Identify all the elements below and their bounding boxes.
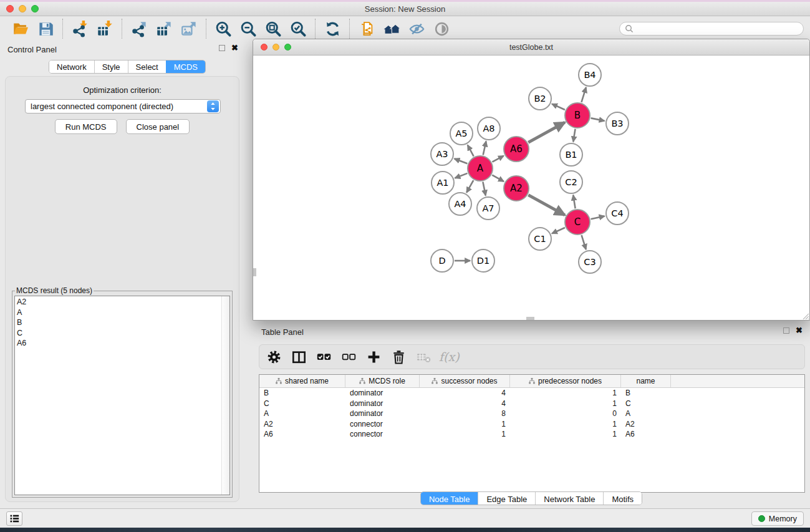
- show-details-icon[interactable]: [432, 19, 451, 38]
- edge-A6-B[interactable]: [528, 122, 565, 142]
- hide-details-icon[interactable]: [407, 19, 427, 38]
- cell-name[interactable]: C: [621, 399, 671, 408]
- cell-predecessor-nodes[interactable]: 1: [510, 420, 621, 428]
- node-A5[interactable]: A5: [450, 122, 473, 145]
- edge-B-B4[interactable]: [581, 87, 586, 102]
- mcds-result-list[interactable]: A2ABCA6: [14, 296, 230, 495]
- edge-A-A1[interactable]: [455, 173, 468, 178]
- column-header-predecessor-nodes[interactable]: predecessor nodes: [510, 375, 621, 387]
- cell-successor-nodes[interactable]: 4: [420, 389, 510, 397]
- cell-predecessor-nodes[interactable]: 1: [510, 399, 621, 408]
- cell-name[interactable]: B: [621, 389, 671, 397]
- search-input[interactable]: [636, 24, 798, 33]
- node-A8[interactable]: A8: [478, 117, 500, 140]
- node-C4[interactable]: C4: [606, 202, 629, 225]
- edge-A-A7[interactable]: [483, 182, 485, 196]
- cell-predecessor-nodes[interactable]: 1: [510, 389, 621, 397]
- export-image-icon[interactable]: [179, 19, 199, 38]
- split-columns-icon[interactable]: [289, 347, 308, 366]
- home-views-icon[interactable]: [382, 19, 402, 38]
- node-table[interactable]: shared nameMCDS rolesuccessor nodesprede…: [259, 374, 805, 493]
- mcds-result-item[interactable]: B: [17, 317, 219, 328]
- node-B[interactable]: B: [565, 103, 590, 128]
- add-column-icon[interactable]: [364, 347, 383, 366]
- edge-B-B2[interactable]: [552, 104, 565, 110]
- mcds-result-item[interactable]: A: [17, 307, 219, 318]
- edge-B-B1[interactable]: [573, 129, 575, 142]
- optimization-criterion-select[interactable]: largest connected component (directed): [25, 99, 221, 114]
- tab-network[interactable]: Network: [49, 60, 94, 73]
- edge-C-C4[interactable]: [591, 216, 604, 219]
- run-mcds-button[interactable]: Run MCDS: [55, 119, 117, 134]
- task-history-button[interactable]: [6, 511, 22, 526]
- import-table-icon[interactable]: [95, 19, 115, 38]
- edge-A-A6[interactable]: [492, 156, 503, 162]
- edge-C-C1[interactable]: [552, 228, 565, 233]
- settings-gear-icon[interactable]: [264, 347, 283, 366]
- cell-shared-name[interactable]: A6: [259, 430, 345, 438]
- tab-select[interactable]: Select: [128, 60, 166, 73]
- tab-style[interactable]: Style: [94, 60, 128, 73]
- close-table-panel-icon[interactable]: ✖: [796, 327, 803, 334]
- open-session-icon[interactable]: [11, 19, 31, 38]
- node-A[interactable]: A: [468, 156, 493, 181]
- edge-A-A2[interactable]: [492, 175, 504, 181]
- table-row[interactable]: A6connector11A6: [259, 429, 804, 440]
- zoom-selected-icon[interactable]: [288, 19, 308, 38]
- column-header-MCDS-role[interactable]: MCDS role: [345, 375, 420, 387]
- mcds-result-item[interactable]: C: [17, 328, 219, 339]
- node-A7[interactable]: A7: [477, 197, 499, 220]
- select-all-checks-icon[interactable]: [314, 347, 333, 366]
- edge-A-A5[interactable]: [468, 145, 474, 157]
- node-A3[interactable]: A3: [431, 143, 453, 165]
- tab-network-table[interactable]: Network Table: [535, 492, 603, 505]
- cell-MCDS-role[interactable]: dominator: [345, 399, 420, 408]
- node-A2[interactable]: A2: [504, 176, 529, 201]
- node-B1[interactable]: B1: [560, 143, 582, 166]
- list-scrollbar[interactable]: [221, 296, 229, 495]
- node-C1[interactable]: C1: [529, 228, 551, 250]
- node-D1[interactable]: D1: [472, 249, 494, 272]
- export-network-icon[interactable]: [129, 19, 149, 38]
- edge-A-A4[interactable]: [466, 180, 473, 193]
- search-box[interactable]: [619, 22, 804, 36]
- network-file-icon[interactable]: [357, 19, 377, 38]
- delete-table-icon[interactable]: [414, 347, 433, 366]
- column-header-successor-nodes[interactable]: successor nodes: [420, 375, 510, 387]
- cell-successor-nodes[interactable]: 8: [420, 409, 510, 418]
- delete-column-icon[interactable]: [389, 347, 408, 366]
- tab-mcds[interactable]: MCDS: [166, 60, 205, 73]
- mcds-result-item[interactable]: A2: [17, 297, 219, 307]
- cell-MCDS-role[interactable]: dominator: [345, 409, 420, 418]
- edge-C-C2[interactable]: [573, 195, 575, 209]
- node-A4[interactable]: A4: [449, 193, 471, 215]
- float-table-panel-icon[interactable]: [783, 327, 789, 334]
- table-row[interactable]: A2connector11A2: [259, 419, 804, 430]
- edge-C-C3[interactable]: [582, 235, 586, 249]
- cell-MCDS-role[interactable]: connector: [345, 420, 420, 428]
- column-header-shared-name[interactable]: shared name: [259, 375, 345, 387]
- edge-A2-C[interactable]: [528, 195, 565, 215]
- window-resize-grip[interactable]: [801, 312, 809, 319]
- cell-successor-nodes[interactable]: 1: [420, 420, 510, 428]
- float-panel-icon[interactable]: [219, 45, 225, 51]
- memory-button[interactable]: Memory: [751, 511, 804, 526]
- edge-B-B3[interactable]: [591, 118, 605, 120]
- zoom-fit-icon[interactable]: [263, 19, 283, 38]
- cell-shared-name[interactable]: B: [259, 389, 345, 397]
- node-C3[interactable]: C3: [579, 251, 601, 273]
- node-B4[interactable]: B4: [579, 64, 601, 86]
- network-graph[interactable]: B4B2BB3A8A5A6A3B1AA1C2A2A4A7C4CC1C3DD1: [253, 56, 809, 320]
- network-canvas[interactable]: B4B2BB3A8A5A6A3B1AA1C2A2A4A7C4CC1C3DD1: [253, 56, 809, 320]
- cell-MCDS-role[interactable]: dominator: [345, 389, 420, 397]
- cell-shared-name[interactable]: A: [259, 409, 345, 418]
- import-network-icon[interactable]: [70, 19, 90, 38]
- refresh-icon[interactable]: [322, 19, 342, 38]
- cell-MCDS-role[interactable]: connector: [345, 430, 420, 438]
- zoom-out-icon[interactable]: [238, 19, 258, 38]
- edge-A-A3[interactable]: [455, 158, 468, 163]
- zoom-in-icon[interactable]: [213, 19, 233, 38]
- edge-A-A8[interactable]: [483, 142, 486, 155]
- close-panel-icon[interactable]: ✖: [231, 45, 238, 51]
- canvas-left-scroll-thumb[interactable]: [253, 268, 256, 276]
